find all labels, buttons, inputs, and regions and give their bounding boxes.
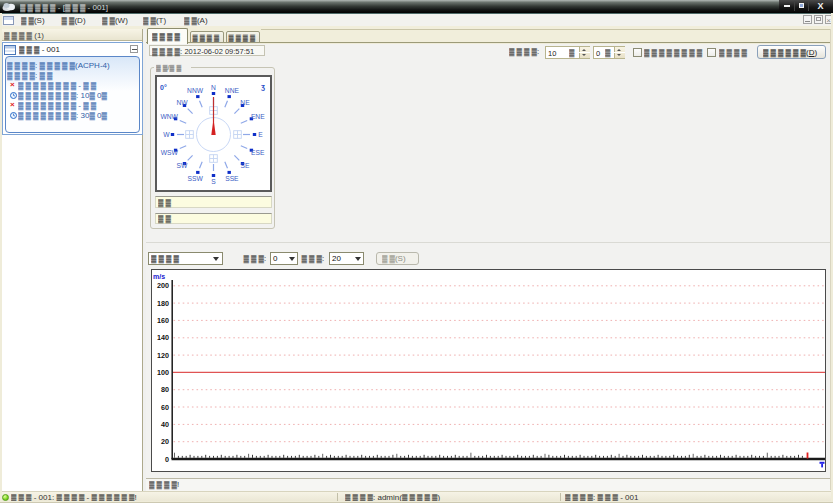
- svg-text:W: W: [163, 131, 170, 138]
- svg-text:E: E: [258, 131, 263, 138]
- svg-text:WNW: WNW: [160, 113, 178, 120]
- svg-text:180: 180: [157, 299, 169, 308]
- svg-text:0: 0: [165, 455, 169, 464]
- svg-text:60: 60: [161, 403, 169, 412]
- svg-text:NW: NW: [176, 99, 188, 106]
- svg-text:ESE: ESE: [251, 149, 265, 156]
- svg-text:NE: NE: [240, 99, 250, 106]
- svg-text:SSE: SSE: [225, 175, 239, 182]
- svg-text:SW: SW: [176, 162, 187, 169]
- svg-text:120: 120: [157, 351, 169, 360]
- svg-text:40: 40: [161, 420, 169, 429]
- svg-text:N: N: [211, 84, 216, 91]
- svg-text:NNE: NNE: [224, 87, 239, 94]
- svg-text:0°: 0°: [160, 84, 167, 91]
- svg-text:100: 100: [157, 368, 169, 377]
- svg-text:80: 80: [161, 385, 169, 394]
- svg-text:m/s: m/s: [153, 273, 165, 280]
- svg-text:140: 140: [157, 333, 169, 342]
- svg-text:NNW: NNW: [187, 87, 204, 94]
- svg-text:SE: SE: [240, 162, 249, 169]
- svg-text:ʒ: ʒ: [261, 82, 265, 91]
- svg-text:160: 160: [157, 316, 169, 325]
- svg-text:WSW: WSW: [160, 149, 178, 156]
- svg-text:ENE: ENE: [250, 113, 264, 120]
- svg-text:20: 20: [161, 437, 169, 446]
- svg-text:SSW: SSW: [187, 175, 203, 182]
- svg-text:S: S: [211, 178, 216, 185]
- svg-text:200: 200: [157, 281, 169, 290]
